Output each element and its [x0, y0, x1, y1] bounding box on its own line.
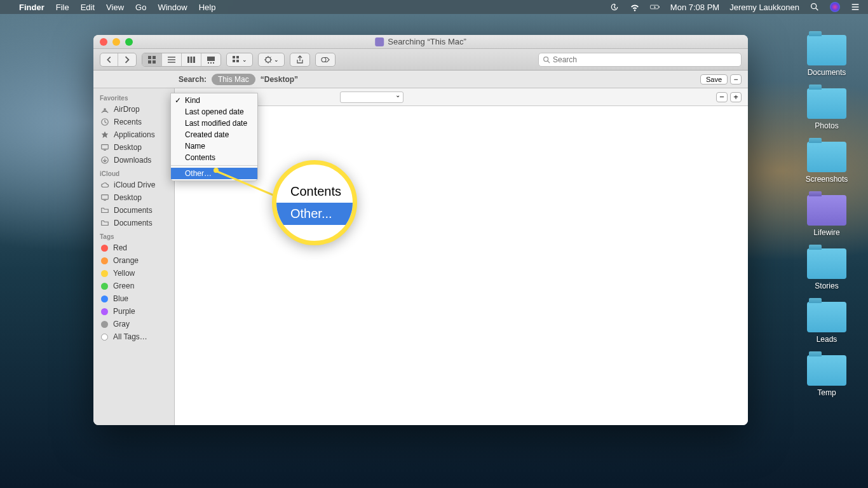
time-machine-icon[interactable]	[609, 2, 620, 12]
tag-dot-icon	[101, 283, 108, 290]
svg-point-19	[322, 57, 326, 62]
remove-scope-button[interactable]: −	[730, 74, 742, 85]
spotlight-icon[interactable]	[810, 2, 820, 12]
sidebar-item[interactable]: Applications	[93, 128, 174, 141]
desktop-folder[interactable]: Photos	[798, 88, 855, 130]
folder-icon	[807, 302, 846, 332]
control-center-icon[interactable]	[850, 2, 860, 12]
sidebar-item-label: Documents	[114, 206, 153, 215]
sidebar-item[interactable]: Recents	[93, 116, 174, 128]
battery-icon[interactable]	[650, 2, 660, 12]
action-button[interactable]: ⌄	[259, 53, 284, 66]
sidebar-item-label: Desktop	[114, 193, 142, 202]
sidebar-item-label: Downloads	[114, 156, 151, 165]
gallery-view-button[interactable]	[201, 53, 220, 66]
all-tags-label: All Tags…	[113, 332, 147, 341]
menubar-user[interactable]: Jeremy Laukkonen	[729, 3, 799, 12]
menu-item[interactable]: Contents	[171, 152, 257, 163]
sidebar-item-label: Desktop	[114, 143, 142, 152]
maximize-button[interactable]	[125, 38, 133, 46]
group-by-button[interactable]: ⌄	[227, 53, 252, 66]
desktop-folder[interactable]: Stories	[798, 248, 855, 290]
sidebar-tag[interactable]: Purple	[93, 305, 174, 318]
icon-view-button[interactable]	[142, 53, 162, 66]
criteria-bar: − +	[175, 88, 748, 106]
menu-window[interactable]: Window	[158, 3, 187, 12]
sidebar-item-label: iCloud Drive	[114, 180, 155, 189]
toolbar: ⌄ ⌄	[93, 49, 748, 71]
folder-label: Stories	[815, 281, 838, 290]
desktop-folder[interactable]: Documents	[798, 35, 855, 77]
sidebar-tag[interactable]: Blue	[93, 292, 174, 305]
sidebar: FavoritesAirDropRecentsApplicationsDeskt…	[93, 88, 175, 425]
svg-point-2	[811, 4, 817, 9]
desktop-folder[interactable]: Lifewire	[798, 195, 855, 237]
desktop-folder[interactable]: Temp	[798, 355, 855, 397]
tag-label: Red	[113, 243, 127, 252]
forward-button[interactable]	[118, 53, 136, 66]
sidebar-item[interactable]: AirDrop	[93, 103, 174, 116]
svg-rect-4	[153, 56, 156, 59]
svg-rect-3	[148, 56, 151, 59]
menu-go[interactable]: Go	[135, 3, 146, 12]
sidebar-all-tags[interactable]: All Tags…	[93, 330, 174, 343]
menu-item[interactable]: Kind	[171, 95, 257, 106]
menu-item[interactable]: Name	[171, 140, 257, 152]
siri-icon[interactable]	[830, 2, 840, 12]
desktop-folder[interactable]: Leads	[798, 302, 855, 344]
column-view-button[interactable]	[182, 53, 201, 66]
minimize-button[interactable]	[112, 38, 120, 46]
list-view-button[interactable]	[162, 53, 182, 66]
menu-view[interactable]: View	[106, 3, 124, 12]
remove-criteria-button[interactable]: −	[716, 92, 728, 102]
criteria-value-dropdown[interactable]	[340, 92, 403, 103]
search-input[interactable]	[553, 55, 737, 64]
svg-rect-6	[153, 60, 156, 64]
scope-desktop[interactable]: “Desktop”	[261, 75, 298, 84]
titlebar[interactable]: Searching “This Mac”	[93, 35, 748, 49]
sidebar-tag[interactable]: Green	[93, 280, 174, 292]
search-label: Search:	[179, 75, 207, 84]
sidebar-section-header: Favorites	[93, 91, 174, 103]
sidebar-item[interactable]: Documents	[93, 204, 174, 217]
menu-edit[interactable]: Edit	[81, 3, 95, 12]
back-button[interactable]	[100, 53, 118, 66]
tag-dot-icon	[101, 257, 108, 264]
sidebar-tag[interactable]: Orange	[93, 254, 174, 267]
sidebar-item[interactable]: Downloads	[93, 154, 174, 166]
sidebar-item[interactable]: Documents	[93, 217, 174, 229]
scope-this-mac[interactable]: This Mac	[212, 74, 255, 85]
add-criteria-button[interactable]: +	[730, 92, 742, 102]
tags-button[interactable]	[316, 53, 335, 66]
search-icon	[543, 56, 550, 64]
sidebar-section-header: Tags	[93, 229, 174, 241]
menu-item[interactable]: Last modified date	[171, 118, 257, 129]
menu-help[interactable]: Help	[199, 3, 216, 12]
wifi-icon[interactable]	[630, 2, 640, 12]
sidebar-item[interactable]: iCloud Drive	[93, 179, 174, 191]
sidebar-tag[interactable]: Gray	[93, 318, 174, 330]
folder-label: Leads	[817, 335, 837, 344]
svg-rect-9	[193, 57, 195, 63]
tag-dot-icon	[101, 308, 108, 315]
save-button[interactable]: Save	[700, 74, 728, 85]
menubar-clock[interactable]: Mon 7:08 PM	[670, 3, 719, 12]
menu-item-other[interactable]: Other…	[171, 168, 257, 179]
menu-item[interactable]: Created date	[171, 129, 257, 140]
menu-item[interactable]: Last opened date	[171, 106, 257, 118]
sidebar-item[interactable]: Desktop	[93, 191, 174, 204]
menu-file[interactable]: File	[56, 3, 69, 12]
sidebar-tag[interactable]: Red	[93, 241, 174, 254]
desktop-folder[interactable]: Screenshots	[798, 142, 855, 184]
search-field[interactable]	[538, 53, 742, 67]
folder-label: Documents	[808, 68, 846, 77]
sidebar-item[interactable]: Desktop	[93, 141, 174, 154]
close-button[interactable]	[100, 38, 107, 46]
app-name[interactable]: Finder	[19, 3, 44, 12]
svg-rect-25	[102, 195, 109, 200]
kind-dropdown-menu: KindLast opened dateLast modified dateCr…	[170, 93, 258, 181]
svg-rect-8	[191, 57, 193, 63]
all-tags-icon	[101, 334, 108, 341]
share-button[interactable]	[290, 53, 309, 66]
sidebar-tag[interactable]: Yellow	[93, 267, 174, 280]
